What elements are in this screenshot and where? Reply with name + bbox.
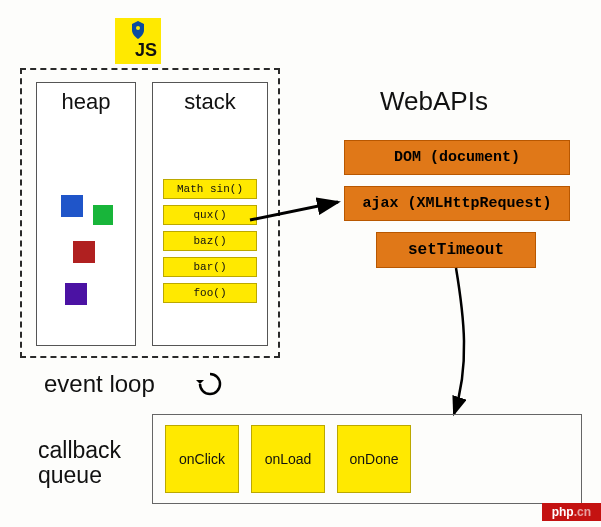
js-logo: JS	[115, 18, 161, 64]
heap-object	[65, 283, 87, 305]
arrow-webapis-to-queue	[420, 266, 500, 426]
callback-queue-label: callback queue	[38, 438, 148, 489]
stack-frame: bar()	[163, 257, 257, 277]
heap-title: heap	[37, 89, 135, 115]
webapi-settimeout: setTimeout	[376, 232, 536, 268]
event-loop-label: event loop	[44, 370, 155, 398]
stack-frame: baz()	[163, 231, 257, 251]
webapis-title: WebAPIs	[380, 86, 488, 117]
runtime-container: heap stack Math sin() qux() baz() bar() …	[20, 68, 280, 358]
webapi-dom: DOM (document)	[344, 140, 570, 175]
callback-item: onLoad	[251, 425, 325, 493]
watermark-left: php	[552, 505, 574, 519]
js-logo-text: JS	[135, 40, 157, 61]
stack-title: stack	[153, 89, 267, 115]
callback-queue: onClick onLoad onDone	[152, 414, 582, 504]
shield-icon	[129, 20, 147, 40]
stack-frame: qux()	[163, 205, 257, 225]
heap-object	[61, 195, 83, 217]
watermark: php.cn	[542, 503, 601, 521]
svg-point-0	[136, 26, 140, 30]
callback-item: onClick	[165, 425, 239, 493]
stack-frame: foo()	[163, 283, 257, 303]
stack-frame: Math sin()	[163, 179, 257, 199]
callback-item: onDone	[337, 425, 411, 493]
webapi-ajax: ajax (XMLHttpRequest)	[344, 186, 570, 221]
stack-column: stack Math sin() qux() baz() bar() foo()	[152, 82, 268, 346]
watermark-right: .cn	[574, 505, 591, 519]
heap-column: heap	[36, 82, 136, 346]
heap-object	[93, 205, 113, 225]
heap-object	[73, 241, 95, 263]
loop-icon	[196, 370, 224, 398]
